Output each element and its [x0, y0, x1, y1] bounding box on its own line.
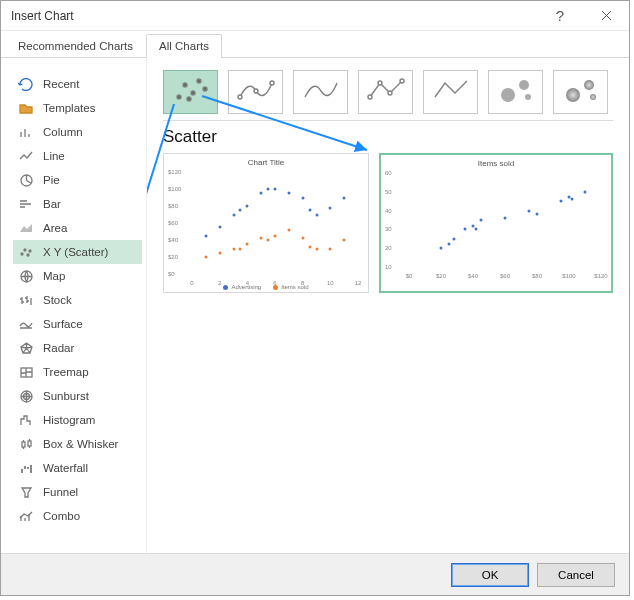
nav-label: Combo: [43, 510, 80, 522]
data-point: [274, 188, 277, 191]
section-title: Scatter: [163, 127, 613, 147]
help-button[interactable]: ?: [537, 1, 583, 31]
nav-label: X Y (Scatter): [43, 246, 108, 258]
svg-point-30: [525, 94, 531, 100]
svg-point-27: [400, 79, 404, 83]
svg-rect-10: [28, 441, 31, 446]
svg-point-31: [566, 88, 580, 102]
nav-item-pie[interactable]: Pie: [13, 168, 142, 192]
x-tick: $80: [532, 273, 542, 279]
data-point: [472, 224, 475, 227]
svg-point-25: [378, 81, 382, 85]
data-point: [232, 247, 235, 250]
nav-label: Box & Whisker: [43, 438, 118, 450]
y-tick: 10: [385, 264, 392, 270]
svg-point-19: [203, 87, 207, 91]
boxwhisker-icon: [17, 435, 35, 453]
content-area: Scatter Chart Title $0$20$40$60$80$100$1…: [147, 58, 629, 553]
sunburst-icon: [17, 387, 35, 405]
nav-item-boxwhisker[interactable]: Box & Whisker: [13, 432, 142, 456]
svg-point-18: [197, 79, 201, 83]
radar-icon: [17, 339, 35, 357]
nav-label: Treemap: [43, 366, 89, 378]
svg-point-32: [584, 80, 594, 90]
data-point: [440, 247, 443, 250]
legend-item: Items sold: [281, 284, 308, 290]
subtype-scatter-smooth-markers[interactable]: [228, 70, 283, 114]
subtype-scatter-smooth[interactable]: [293, 70, 348, 114]
button-bar: OK Cancel: [1, 553, 629, 595]
nav-item-sunburst[interactable]: Sunburst: [13, 384, 142, 408]
nav-label: Map: [43, 270, 65, 282]
nav-item-line[interactable]: Line: [13, 144, 142, 168]
svg-point-17: [191, 91, 195, 95]
nav-item-radar[interactable]: Radar: [13, 336, 142, 360]
insert-chart-dialog: Insert Chart ? Recommended Charts All Ch…: [0, 0, 630, 596]
data-point: [267, 239, 270, 242]
subtype-scatter-lines-markers[interactable]: [358, 70, 413, 114]
preview-title: Chart Title: [164, 154, 368, 167]
nav-label: Recent: [43, 78, 79, 90]
y-tick: $40: [168, 237, 178, 243]
tabstrip: Recommended Charts All Charts: [1, 31, 629, 58]
treemap-icon: [17, 363, 35, 381]
nav-item-histogram[interactable]: Histogram: [13, 408, 142, 432]
preview-items-sold[interactable]: Items sold 102030405060$0$20$40$60$80$10…: [379, 153, 613, 293]
nav-item-templates[interactable]: Templates: [13, 96, 142, 120]
scatter-subtype-row: [163, 70, 613, 121]
map-icon: [17, 267, 35, 285]
data-point: [204, 234, 207, 237]
nav-item-bar[interactable]: Bar: [13, 192, 142, 216]
stock-icon: [17, 291, 35, 309]
close-button[interactable]: [583, 1, 629, 31]
data-point: [260, 192, 263, 195]
subtype-scatter-lines[interactable]: [423, 70, 478, 114]
nav-label: Pie: [43, 174, 60, 186]
nav-item-scatter[interactable]: X Y (Scatter): [13, 240, 142, 264]
plot-area: $0$20$40$60$80$100$120024681012: [192, 172, 358, 274]
svg-point-1: [21, 253, 23, 255]
nav-label: Sunburst: [43, 390, 89, 402]
y-tick: 50: [385, 189, 392, 195]
data-point: [218, 226, 221, 229]
data-point: [274, 234, 277, 237]
scatter-icon: [17, 243, 35, 261]
svg-point-16: [183, 83, 187, 87]
svg-rect-9: [22, 442, 25, 447]
data-point: [329, 206, 332, 209]
data-point: [480, 219, 483, 222]
nav-item-combo[interactable]: Combo: [13, 504, 142, 528]
preview-chart-title[interactable]: Chart Title $0$20$40$60$80$100$120024681…: [163, 153, 369, 293]
y-tick: $80: [168, 203, 178, 209]
subtype-bubble[interactable]: [488, 70, 543, 114]
nav-item-stock[interactable]: Stock: [13, 288, 142, 312]
svg-point-26: [388, 91, 392, 95]
tab-all-charts[interactable]: All Charts: [146, 34, 222, 58]
nav-item-recent[interactable]: Recent: [13, 72, 142, 96]
svg-point-23: [270, 81, 274, 85]
subtype-bubble-3d[interactable]: [553, 70, 608, 114]
data-point: [287, 228, 290, 231]
titlebar: Insert Chart ?: [1, 1, 629, 31]
y-tick: $20: [168, 254, 178, 260]
nav-label: Column: [43, 126, 83, 138]
nav-label: Area: [43, 222, 67, 234]
nav-item-funnel[interactable]: Funnel: [13, 480, 142, 504]
nav-item-waterfall[interactable]: Waterfall: [13, 456, 142, 480]
nav-item-column[interactable]: Column: [13, 120, 142, 144]
scatter-lines-markers-icon: [364, 73, 408, 111]
cancel-button[interactable]: Cancel: [537, 563, 615, 587]
ok-button[interactable]: OK: [451, 563, 529, 587]
nav-item-map[interactable]: Map: [13, 264, 142, 288]
nav-item-surface[interactable]: Surface: [13, 312, 142, 336]
scatter-smooth-icon: [299, 73, 343, 111]
x-tick: $20: [436, 273, 446, 279]
data-point: [464, 228, 467, 231]
subtype-scatter[interactable]: [163, 70, 218, 114]
tab-recommended[interactable]: Recommended Charts: [5, 34, 146, 58]
nav-item-treemap[interactable]: Treemap: [13, 360, 142, 384]
y-tick: $0: [168, 271, 175, 277]
nav-item-area[interactable]: Area: [13, 216, 142, 240]
bar-icon: [17, 195, 35, 213]
nav-label: Waterfall: [43, 462, 88, 474]
